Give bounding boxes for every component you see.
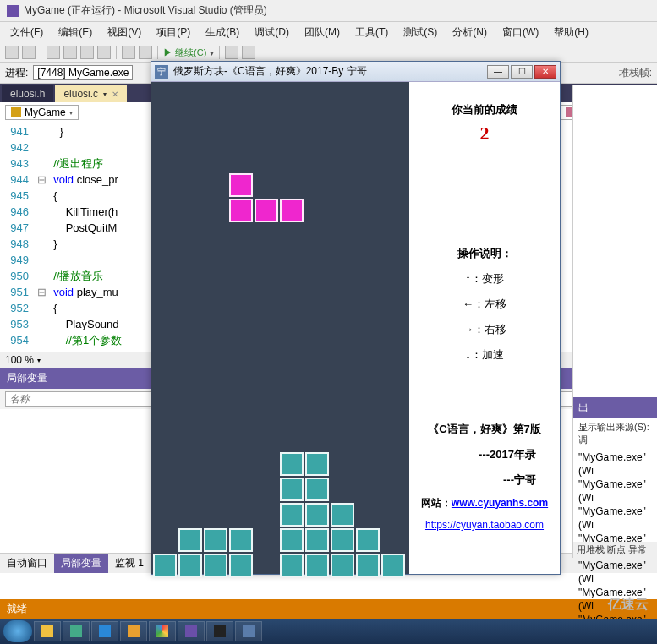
promo-text: 《C语言，好爽》第7版 [416,422,553,437]
redo-button[interactable] [139,46,152,59]
tetris-cell [229,528,253,552]
new-file-button[interactable] [47,46,60,59]
website-line: 网站：www.cyuyanhs.com [416,496,553,510]
menu-item[interactable]: 项目(P) [150,24,197,41]
menu-item[interactable]: 调试(D) [248,24,296,41]
tetris-cell [229,173,253,197]
menu-item[interactable]: 视图(V) [101,24,148,41]
taobao-link[interactable]: https://cyuyan.taobao.com [416,519,553,531]
menu-item[interactable]: 工具(T) [348,24,395,41]
stackframe-label: 堆栈帧: [619,66,652,80]
open-file-button[interactable] [63,46,77,59]
project-icon [11,107,21,117]
output-header: 出 [573,397,657,418]
task-desktop[interactable] [63,621,90,641]
task-game[interactable] [235,621,262,641]
tetris-cell [305,503,329,527]
menu-item[interactable]: 编辑(E) [52,24,99,41]
tetris-cell [178,528,202,552]
process-label: 进程: [5,66,28,80]
ops-title: 操作说明： [416,246,553,261]
op-line: ←：左移 [416,297,553,312]
game-title-text: 俄罗斯方块-《C语言，好爽》2017-By 宁哥 [173,64,367,79]
task-folder[interactable] [120,621,147,641]
tetris-cell [280,478,304,501]
doc-tab[interactable]: eluosi.h [2,85,53,102]
tetris-cell [331,554,354,577]
doc-tab[interactable]: eluosi.c▾✕ [55,85,127,102]
output-panel: 出 显示输出来源(S): 调 "MyGame.exe"(Wi"MyGame.ex… [572,85,657,558]
tetris-cell [305,478,329,501]
task-cmd[interactable] [206,621,233,641]
minimize-button[interactable]: — [487,65,509,79]
task-explorer[interactable] [34,621,61,641]
tetris-cell [153,554,177,577]
task-chrome[interactable] [149,621,176,641]
game-window: 宁 俄罗斯方块-《C语言，好爽》2017-By 宁哥 — ☐ ✕ 你当前的成绩 … [151,61,561,575]
tetris-cell [178,554,202,577]
tetris-cell [280,554,304,577]
menu-item[interactable]: 团队(M) [298,24,347,41]
pause-button[interactable] [225,46,238,59]
website-link[interactable]: www.cyuyanhs.com [452,497,548,509]
signature-1: ---2017年录 [416,447,553,462]
tetris-cell [356,554,380,577]
op-line: ↑：变形 [416,271,553,287]
tetris-cell [356,528,380,552]
stop-button[interactable] [242,46,255,59]
project-scope[interactable]: MyGame▾ [5,105,79,120]
process-select[interactable]: [7448] MyGame.exe [33,65,133,80]
tetris-cell [229,199,253,222]
undo-button[interactable] [122,46,135,59]
task-app-blue[interactable] [91,621,118,641]
tetris-cell [305,554,329,577]
nav-fwd-button[interactable] [22,46,36,59]
tetris-cell [204,528,227,552]
menu-item[interactable]: 窗口(W) [495,24,545,41]
tetris-cell [280,452,304,476]
tetris-cell [280,528,304,552]
vs-icon [7,5,19,17]
tetris-cell [305,452,329,476]
task-vs[interactable] [178,621,205,641]
watermark: 亿速云 [608,596,649,614]
signature-2: ---宁哥 [416,472,553,488]
maximize-button[interactable]: ☐ [511,65,533,79]
score-value: 2 [416,123,553,145]
menu-item[interactable]: 文件(F) [3,24,50,41]
tetris-cell [204,554,227,577]
tetris-cell [305,528,329,552]
save-all-button[interactable] [97,46,111,59]
op-line: ↓：加速 [416,347,553,363]
start-button[interactable] [3,620,32,642]
vs-title-text: MyGame (正在运行) - Microsoft Visual Studio … [24,3,267,18]
game-title-bar[interactable]: 宁 俄罗斯方块-《C语言，好爽》2017-By 宁哥 — ☐ ✕ [151,62,560,82]
menu-item[interactable]: 分析(N) [446,24,494,41]
nav-back-button[interactable] [5,46,19,59]
zoom-value[interactable]: 100 % [5,354,34,366]
menu-item[interactable]: 帮助(H) [547,24,595,41]
menu-item[interactable]: 生成(B) [199,24,246,41]
output-source-label: 显示输出来源(S): 调 [573,418,657,449]
bottom-tab[interactable]: 监视 1 [108,554,151,573]
taskbar [0,619,657,644]
output-footer-tabs[interactable]: 用堆栈 断点 异常 [573,542,657,558]
toolbar: ▶ 继续(C) ▾ [0,43,657,63]
close-button[interactable]: ✕ [534,65,556,79]
tetris-cell [280,199,304,222]
tetris-cell [381,554,405,577]
bottom-tab[interactable]: 自动窗口 [0,554,54,573]
tetris-cell [331,528,354,552]
bottom-tab[interactable]: 局部变量 [54,554,108,573]
tetris-cell [331,503,354,527]
menu-bar: 文件(F)编辑(E)视图(V)项目(P)生成(B)调试(D)团队(M)工具(T)… [0,22,657,43]
vs-title-bar: MyGame (正在运行) - Microsoft Visual Studio … [0,0,657,22]
menu-item[interactable]: 测试(S) [397,24,444,41]
score-label: 你当前的成绩 [416,102,553,117]
tetris-cell [255,199,278,222]
tetris-cell [280,503,304,527]
save-button[interactable] [80,46,94,59]
continue-button[interactable]: ▶ 继续(C) [163,46,206,59]
tetris-cell [229,554,253,577]
playfield[interactable] [151,82,409,574]
